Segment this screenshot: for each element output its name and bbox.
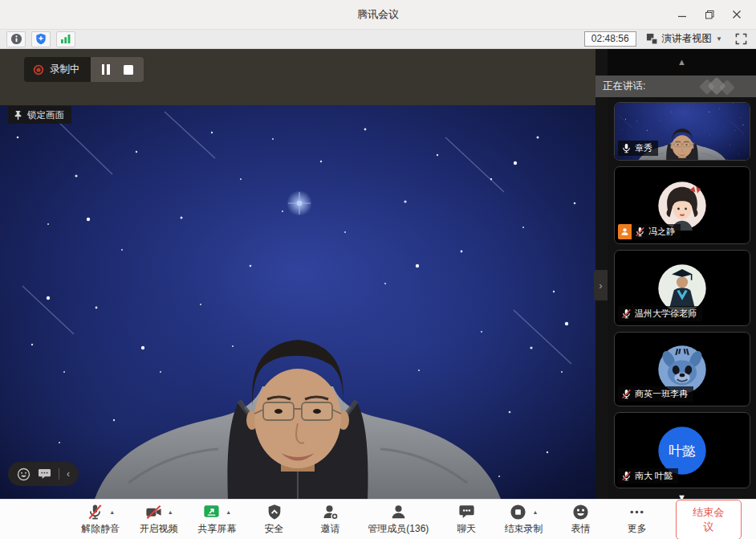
shield-plus-icon: [35, 33, 47, 45]
video-overlay-controls: ‹: [8, 462, 79, 486]
tencent-meeting-window: 腾讯会议: [0, 0, 756, 539]
recording-status: 录制中: [24, 57, 91, 82]
video-options-caret[interactable]: ▲: [168, 509, 173, 515]
unmute-button[interactable]: ▲ 解除静音: [82, 503, 120, 536]
start-video-button[interactable]: ▲ 开启视频: [140, 503, 178, 536]
recording-controls: [91, 57, 144, 82]
sidebar-top-strip: ▲: [608, 49, 756, 76]
share-options-caret[interactable]: ▲: [226, 509, 231, 515]
meeting-info-button[interactable]: [6, 31, 26, 47]
participant-name: 南大 叶懿: [635, 470, 673, 482]
speaking-now-label: 正在讲话:: [603, 80, 645, 93]
invite-person-icon: [321, 503, 339, 521]
record-options-caret[interactable]: ▲: [532, 509, 538, 515]
caption-chat-icon[interactable]: [38, 468, 51, 480]
fullscreen-icon: [735, 33, 747, 45]
window-controls: [671, 5, 756, 24]
more-dots-icon: [628, 503, 646, 521]
participant-tile-teacher-xu[interactable]: 温州大学徐老师: [614, 250, 750, 326]
participant-label-row: 南大 叶懿: [618, 468, 678, 484]
participant-label-row: 商英一班李冉: [618, 386, 693, 402]
meeting-topbar: 02:48:56 演讲者视图 ▼: [0, 30, 756, 49]
chat-button[interactable]: 聊天: [449, 503, 484, 536]
avatar-initials-text: 叶懿: [669, 443, 696, 459]
fullscreen-button[interactable]: [732, 32, 750, 47]
mic-muted-icon: [621, 389, 632, 399]
emoji-face-icon: [571, 503, 590, 521]
overlay-divider: [59, 468, 59, 480]
meeting-timer: 02:48:56: [584, 31, 636, 47]
emoji-button[interactable]: 表情: [563, 503, 599, 536]
participant-label-row: 温州大学徐老师: [618, 306, 702, 321]
speaker-view-icon: [646, 33, 658, 45]
main-speaker-video[interactable]: [0, 105, 595, 499]
pin-icon: [14, 110, 22, 120]
participant-label-row: 章秀: [618, 141, 658, 156]
restore-icon: [705, 10, 715, 20]
speaking-now-bar: 正在讲话:: [595, 76, 756, 97]
titlebar: 腾讯会议: [0, 0, 756, 30]
end-recording-button[interactable]: ▲ 结束录制: [505, 503, 543, 536]
security-shield-icon: [266, 503, 283, 521]
emoji-icon[interactable]: [17, 468, 30, 481]
bottom-toolbar: ▲ 解除静音 ▲ 开启视频 ▲: [0, 499, 756, 539]
main-stage: 录制中 锁定画面: [0, 49, 608, 499]
participant-name: 商英一班李冉: [635, 388, 688, 400]
caret-down-icon: ▼: [716, 35, 722, 43]
pin-label-text: 锁定画面: [27, 109, 64, 121]
close-button[interactable]: [726, 5, 748, 24]
sidebar-collapse-handle[interactable]: ›: [594, 270, 608, 300]
meeting-content: 录制中 锁定画面: [0, 49, 756, 499]
participant-name: 章秀: [635, 142, 652, 154]
security-button[interactable]: 安全: [257, 503, 292, 536]
scroll-up-arrow[interactable]: ▲: [677, 58, 686, 67]
more-button[interactable]: 更多: [620, 503, 655, 536]
participants-sidebar: ▲ 正在讲话: 章秀: [608, 49, 756, 499]
chat-bubble-icon: [457, 503, 476, 521]
info-icon: [10, 33, 22, 45]
participant-tiles: 章秀: [608, 97, 756, 488]
recording-label: 录制中: [50, 63, 80, 76]
participant-tile-fengzhijing[interactable]: 冯之静: [614, 166, 750, 244]
share-screen-button[interactable]: ▲ 共享屏幕: [198, 503, 236, 536]
stop-icon: [124, 65, 133, 75]
minimize-icon: [677, 10, 687, 19]
stop-record-icon: [509, 503, 527, 521]
mic-muted-icon: [621, 308, 632, 319]
meeting-logo-watermark: [700, 79, 735, 95]
members-icon: [389, 503, 408, 521]
topbar-left-icons: [6, 31, 75, 47]
window-title: 腾讯会议: [0, 7, 756, 22]
participant-tile-yeyi[interactable]: 叶懿 南大 叶懿: [614, 412, 750, 488]
minimize-button[interactable]: [671, 5, 693, 24]
close-icon: [732, 10, 742, 19]
participant-name: 温州大学徐老师: [635, 308, 697, 320]
view-mode-selector[interactable]: 演讲者视图 ▼: [646, 32, 722, 46]
restore-button[interactable]: [698, 5, 721, 24]
view-mode-label: 演讲者视图: [662, 32, 713, 46]
signal-bars-icon: [60, 34, 71, 44]
raised-hand-badge-icon: [618, 224, 632, 239]
mic-options-caret[interactable]: ▲: [109, 509, 115, 515]
mic-muted-icon: [86, 503, 104, 521]
mic-muted-icon: [635, 227, 645, 237]
end-meeting-button[interactable]: 结束会议: [676, 500, 742, 539]
camera-off-icon: [144, 503, 163, 521]
manage-members-button[interactable]: 管理成员(136): [369, 503, 429, 536]
participant-label-row: 冯之静: [618, 224, 681, 239]
recording-indicator: 录制中: [24, 57, 144, 82]
participant-tile-zhangxiu[interactable]: 章秀: [614, 102, 750, 161]
pause-icon: [102, 64, 110, 75]
mic-muted-icon: [621, 471, 632, 481]
participant-tile-liran[interactable]: 商英一班李冉: [614, 332, 750, 406]
invite-button[interactable]: 邀请: [313, 503, 348, 536]
pin-view-toggle[interactable]: 锁定画面: [8, 106, 71, 124]
record-dot-icon: [33, 64, 44, 76]
network-signal-button[interactable]: [56, 31, 75, 47]
mic-on-icon: [621, 143, 632, 153]
collapse-overlay-chevron[interactable]: ‹: [67, 469, 70, 479]
pause-recording-button[interactable]: [97, 61, 115, 79]
topbar-right: 02:48:56 演讲者视图 ▼: [584, 31, 750, 47]
stop-recording-button[interactable]: [120, 61, 137, 79]
security-status-button[interactable]: [31, 31, 51, 47]
